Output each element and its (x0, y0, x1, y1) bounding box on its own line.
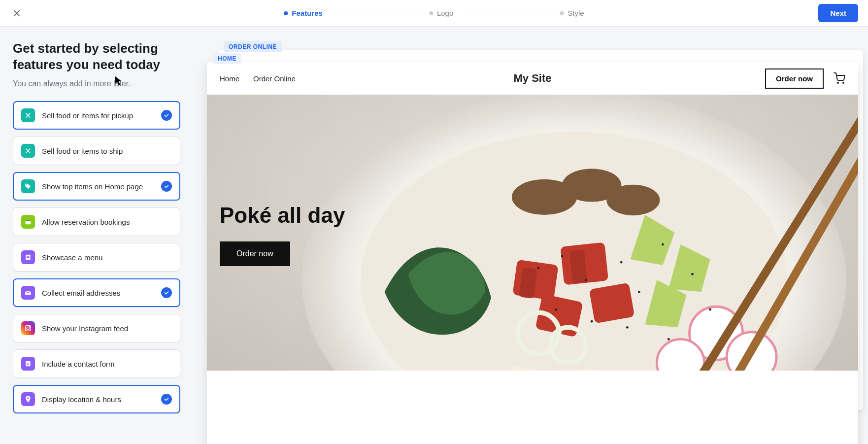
header-order-now-button[interactable]: Order now (765, 68, 824, 89)
feature-card[interactable]: Show your Instagram feed (13, 314, 180, 342)
feature-label: Showcase a menu (42, 253, 102, 262)
svg-point-21 (843, 82, 844, 83)
feature-card[interactable]: Include a contact form (13, 349, 180, 378)
site-header: Home Order Online My Site Order now (207, 62, 858, 95)
nav-link-order-online[interactable]: Order Online (253, 74, 296, 83)
stepper: Features Logo Style (284, 9, 584, 17)
svg-point-20 (837, 82, 838, 83)
svg-rect-8 (26, 219, 31, 221)
svg-point-52 (626, 326, 629, 329)
feature-label: Include a contact form (42, 360, 115, 368)
feature-label: Show top items on Home page (42, 182, 143, 191)
check-icon (161, 110, 172, 121)
close-icon (12, 9, 21, 18)
instagram-icon (21, 321, 35, 335)
svg-point-49 (709, 308, 711, 311)
nav-link-home[interactable]: Home (220, 74, 239, 83)
hero-section: Poké all day Order now (207, 95, 858, 371)
svg-point-46 (638, 291, 640, 293)
svg-rect-28 (589, 283, 635, 324)
cart-icon[interactable] (834, 72, 845, 84)
utensils-icon (21, 108, 35, 122)
hero-title: Poké all day (220, 203, 345, 228)
check-icon (161, 287, 172, 298)
feature-label: Sell food or items to ship (42, 147, 123, 155)
step-divider (332, 13, 420, 13)
svg-point-50 (555, 308, 558, 311)
pin-icon (21, 392, 35, 406)
close-button[interactable] (10, 6, 24, 20)
svg-point-51 (591, 320, 593, 323)
step-divider (462, 13, 551, 13)
feature-list: Sell food or items for pickupSell food o… (13, 101, 180, 413)
site-actions: Order now (765, 68, 845, 89)
feature-card[interactable]: Showcase a menu (13, 243, 180, 272)
svg-point-44 (585, 279, 587, 281)
preview-tab-order-online[interactable]: ORDER ONLINE (224, 41, 282, 52)
step-style[interactable]: Style (560, 9, 584, 17)
main: Get started by selecting features you ne… (0, 27, 868, 444)
hero-content: Poké all day Order now (220, 203, 345, 266)
svg-point-15 (30, 326, 30, 327)
feature-card[interactable]: Show top items on Home page (13, 172, 180, 201)
step-label: Style (568, 9, 584, 17)
svg-point-48 (691, 273, 694, 275)
feature-card[interactable]: Display location & hours (13, 385, 180, 413)
utensils-icon (21, 144, 35, 158)
feature-card[interactable]: Sell food or items for pickup (13, 101, 180, 130)
step-logo[interactable]: Logo (429, 9, 453, 17)
feature-label: Sell food or items for pickup (42, 111, 133, 120)
svg-point-45 (620, 261, 623, 264)
svg-rect-11 (27, 257, 29, 258)
sidebar: Get started by selecting features you ne… (0, 27, 193, 444)
tag-icon (21, 179, 35, 193)
hero-order-now-button[interactable]: Order now (220, 241, 290, 266)
menu-icon (21, 250, 35, 264)
topbar: Features Logo Style Next (0, 0, 868, 27)
preview-stack: ORDER ONLINE Home Order Online My Site O… (207, 41, 858, 444)
form-icon (21, 357, 35, 371)
check-icon (161, 181, 172, 192)
sidebar-subtitle: You can always add in more later. (13, 79, 180, 88)
calendar-icon (21, 215, 35, 229)
step-dot-icon (284, 11, 288, 15)
site-title: My Site (513, 72, 551, 85)
svg-point-47 (662, 243, 664, 246)
feature-label: Allow reservation bookings (42, 218, 130, 226)
svg-point-33 (606, 185, 660, 215)
feature-card[interactable]: Collect email addresses (13, 278, 180, 307)
step-dot-icon (429, 11, 433, 15)
step-label: Features (292, 9, 323, 17)
step-label: Logo (437, 9, 453, 17)
svg-rect-17 (27, 363, 29, 363)
svg-point-14 (27, 327, 29, 329)
step-dot-icon (560, 11, 564, 15)
svg-point-53 (668, 338, 670, 341)
svg-point-19 (27, 397, 29, 399)
svg-rect-10 (27, 256, 29, 256)
site-nav: Home Order Online (220, 74, 296, 83)
feature-label: Display location & hours (42, 395, 121, 404)
svg-point-43 (561, 255, 564, 258)
preview-page-home: Home Order Online My Site Order now (207, 62, 858, 444)
step-features[interactable]: Features (284, 9, 323, 17)
svg-point-6 (26, 184, 27, 185)
preview-tab-home[interactable]: HOME (213, 53, 241, 64)
check-icon (161, 394, 172, 405)
mail-icon (21, 286, 35, 300)
sidebar-title: Get started by selecting features you ne… (13, 40, 180, 72)
preview-area: ORDER ONLINE Home Order Online My Site O… (193, 27, 868, 444)
svg-rect-16 (26, 361, 30, 367)
feature-label: Show your Instagram feed (42, 324, 128, 333)
next-button[interactable]: Next (818, 4, 858, 22)
feature-card[interactable]: Sell food or items to ship (13, 137, 180, 165)
feature-label: Collect email addresses (42, 289, 120, 297)
svg-point-42 (537, 267, 540, 270)
feature-card[interactable]: Allow reservation bookings (13, 207, 180, 236)
svg-rect-18 (27, 364, 28, 365)
